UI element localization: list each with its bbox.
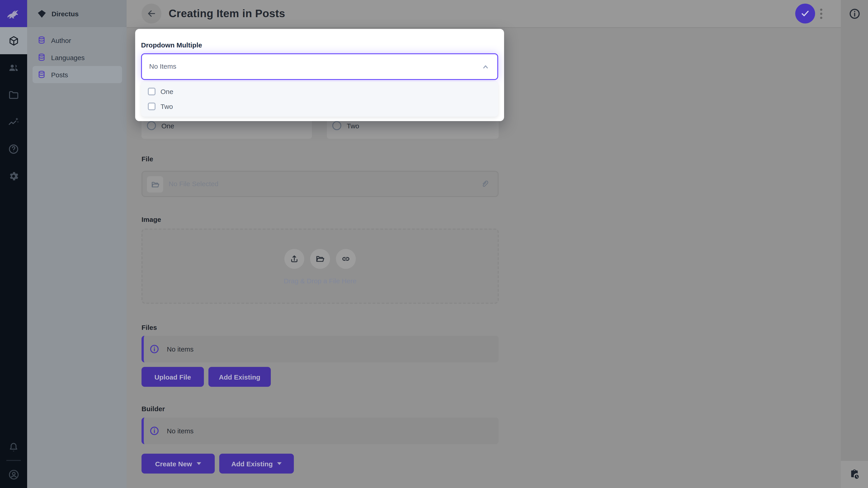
- chevron-down-icon: [197, 462, 201, 465]
- builder-empty-notice: No items: [142, 418, 499, 444]
- save-button[interactable]: [795, 4, 815, 24]
- module-bar: [0, 0, 27, 488]
- project-name: Directus: [52, 10, 79, 18]
- page-header: Creating Item in Posts: [127, 0, 841, 28]
- button-label: Add Existing: [219, 373, 260, 381]
- sidebar-item-label: Author: [51, 36, 71, 44]
- dropdown-multiple-popover: Dropdown Multiple No Items One Two: [135, 29, 504, 121]
- dropdown-multiple-label: Dropdown Multiple: [141, 41, 202, 49]
- app-window: Directus Author Languages Posts: [0, 0, 868, 488]
- module-files[interactable]: [0, 81, 27, 108]
- folder-open-icon: [147, 176, 163, 193]
- project-switcher[interactable]: Directus: [27, 0, 127, 27]
- option-label: One: [160, 88, 174, 95]
- chevron-up-icon[interactable]: [480, 61, 491, 72]
- radio-option-two[interactable]: Two: [332, 121, 359, 130]
- rabbit-logo-icon: [6, 6, 21, 21]
- help-icon: [8, 143, 20, 155]
- dropdown-option-two[interactable]: Two: [141, 99, 498, 114]
- files-field-label: Files: [142, 324, 157, 331]
- upload-file-button[interactable]: Upload File: [142, 367, 204, 387]
- context-menu-button[interactable]: [817, 7, 825, 20]
- paperclip-icon[interactable]: [480, 179, 490, 189]
- user-circle-icon: [7, 468, 20, 481]
- module-help[interactable]: [0, 135, 27, 163]
- revisions-section-button[interactable]: [841, 461, 868, 488]
- radio-option-one[interactable]: One: [147, 121, 174, 130]
- insights-icon: [8, 116, 20, 128]
- builder-field-label: Builder: [142, 405, 165, 413]
- dropdown-option-one[interactable]: One: [141, 84, 498, 99]
- dropdown-options-menu: One Two: [141, 82, 498, 117]
- kebab-menu-icon: [820, 8, 822, 19]
- info-sidebar-button[interactable]: [848, 8, 861, 20]
- files-add-existing-button[interactable]: Add Existing: [209, 367, 271, 387]
- directus-logo[interactable]: [0, 0, 27, 27]
- clipboard-clock-icon: [848, 468, 860, 480]
- radio-icon: [332, 121, 341, 130]
- module-insights[interactable]: [0, 108, 27, 135]
- sidebar-item-languages[interactable]: Languages: [33, 49, 122, 66]
- collection-list: Author Languages Posts: [27, 27, 127, 83]
- main-content: Creating Item in Posts One Two File: [127, 0, 841, 488]
- import-from-url-button[interactable]: [336, 249, 356, 269]
- bell-icon: [8, 442, 20, 453]
- database-icon: [37, 36, 46, 45]
- page-title: Creating Item in Posts: [168, 0, 285, 27]
- folder-icon: [8, 89, 19, 101]
- file-field-label: File: [142, 155, 153, 163]
- right-sidebar: [841, 0, 868, 488]
- link-icon: [341, 254, 351, 264]
- module-content[interactable]: [0, 27, 27, 54]
- box-icon: [8, 35, 19, 46]
- radio-icon: [147, 121, 156, 130]
- info-icon: [149, 426, 160, 436]
- image-dropzone[interactable]: Drag & Drop a File Here: [142, 229, 499, 304]
- button-label: Create New: [155, 460, 192, 467]
- button-label: Upload File: [154, 373, 191, 381]
- upload-button[interactable]: [284, 249, 304, 269]
- button-label: Add Existing: [231, 460, 273, 467]
- sidebar-item-author[interactable]: Author: [33, 32, 122, 49]
- dropdown-value: No Items: [149, 54, 176, 78]
- project-diamond-icon: [37, 9, 46, 18]
- checkbox-icon[interactable]: [148, 88, 156, 95]
- check-icon: [800, 8, 811, 19]
- files-empty-text: No items: [167, 345, 193, 353]
- sidebar-item-label: Posts: [51, 71, 68, 78]
- dropzone-actions: [143, 249, 498, 269]
- module-settings[interactable]: [0, 163, 27, 190]
- file-picker-input[interactable]: No File Selected: [142, 171, 499, 197]
- sidebar-item-label: Languages: [51, 54, 85, 61]
- builder-empty-text: No items: [167, 427, 193, 435]
- nav-sidebar: Directus Author Languages Posts: [27, 0, 127, 488]
- database-icon: [37, 70, 46, 79]
- user-menu-button[interactable]: [0, 461, 27, 488]
- dropzone-hint: Drag & Drop a File Here: [143, 277, 498, 285]
- people-icon: [8, 62, 20, 74]
- image-field-label: Image: [142, 216, 161, 223]
- module-users[interactable]: [0, 54, 27, 81]
- info-icon: [149, 344, 160, 354]
- info-icon: [848, 8, 861, 20]
- sidebar-item-posts[interactable]: Posts: [33, 66, 122, 83]
- radio-label: Two: [347, 122, 359, 129]
- database-icon: [37, 53, 46, 62]
- checkbox-icon[interactable]: [148, 103, 156, 110]
- files-empty-notice: No items: [142, 336, 499, 362]
- file-placeholder: No File Selected: [168, 172, 218, 196]
- upload-icon: [289, 254, 299, 264]
- option-label: Two: [160, 103, 173, 110]
- chevron-down-icon: [277, 462, 282, 465]
- radio-label: One: [161, 122, 174, 129]
- folder-open-icon: [315, 254, 325, 264]
- gear-icon: [8, 170, 20, 182]
- arrow-left-icon: [146, 8, 157, 19]
- dropdown-multiple-input[interactable]: No Items: [141, 53, 498, 80]
- choose-from-library-button[interactable]: [310, 249, 330, 269]
- back-button[interactable]: [142, 4, 161, 24]
- notifications-button[interactable]: [0, 434, 27, 461]
- create-new-button[interactable]: Create New: [142, 454, 215, 474]
- builder-add-existing-button[interactable]: Add Existing: [219, 454, 294, 474]
